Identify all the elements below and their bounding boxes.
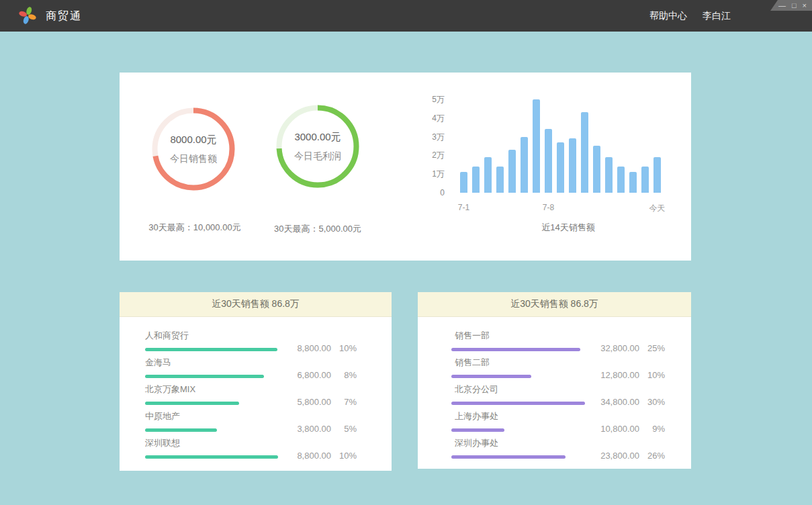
today-sales-donut: 8000.00元 今日销售额 bbox=[152, 107, 235, 191]
rank-row-bar bbox=[145, 428, 217, 432]
rank-row: 中原地产3,800.005% bbox=[145, 405, 357, 432]
y-tick-label: 0 bbox=[420, 187, 445, 198]
bar-chart-y-axis: 5万4万3万2万1万0 bbox=[420, 99, 445, 193]
maximize-icon[interactable]: □ bbox=[792, 1, 797, 10]
rank-row-percent: 25% bbox=[646, 343, 665, 353]
rank-row-percent: 10% bbox=[338, 343, 357, 353]
rank-row-bar bbox=[451, 348, 580, 351]
rank-row-amount: 12,800.00 bbox=[598, 370, 639, 380]
rank-row-amount: 34,800.00 bbox=[598, 397, 639, 407]
department-rank-card: 近30天销售额 86.8万 销售一部32,800.0025%销售二部12,800… bbox=[418, 292, 691, 469]
daily-sales-bar bbox=[545, 129, 552, 193]
rank-row: 北京分公司34,800.0030% bbox=[451, 378, 665, 405]
rank-row-bar bbox=[145, 455, 278, 459]
rank-row: 上海办事处10,800.009% bbox=[451, 405, 665, 432]
close-icon[interactable]: × bbox=[803, 1, 807, 10]
x-tick-label: 今天 bbox=[649, 203, 666, 214]
x-tick-label: 7-8 bbox=[543, 203, 554, 212]
rank-row: 深圳联想8,800.0010% bbox=[145, 432, 357, 459]
rank-row-amount: 8,800.00 bbox=[289, 343, 331, 353]
rank-row-percent: 26% bbox=[646, 451, 665, 461]
daily-sales-bar bbox=[521, 137, 528, 193]
rank-row-label: 上海办事处 bbox=[451, 410, 504, 422]
rank-row-label: 中原地产 bbox=[145, 410, 217, 422]
y-tick-label: 3万 bbox=[420, 132, 445, 142]
window-controls: — □ × bbox=[770, 0, 812, 11]
rank-row-bar bbox=[451, 402, 585, 405]
y-tick-label: 1万 bbox=[420, 169, 445, 179]
rank-row-label: 销售二部 bbox=[451, 357, 531, 369]
customer-rank-title: 近30天销售额 86.8万 bbox=[120, 292, 392, 317]
sales-30day-max-caption: 30天最高：10,000.00元 bbox=[138, 222, 252, 234]
daily-sales-bar bbox=[557, 142, 564, 193]
today-sales-value: 8000.00元 bbox=[170, 134, 216, 146]
bar-chart-x-axis: 7-17-8今天 bbox=[460, 203, 661, 214]
rank-row-percent: 9% bbox=[646, 424, 665, 434]
x-tick-label: 7-1 bbox=[458, 203, 469, 212]
today-profit-donut: 3000.00元 今日毛利润 bbox=[276, 105, 359, 188]
rank-row-amount: 10,800.00 bbox=[598, 424, 639, 434]
rank-row-label: 人和商贸行 bbox=[145, 330, 277, 342]
rank-row-label: 销售一部 bbox=[451, 330, 580, 342]
rank-row: 金海马6,800.008% bbox=[145, 351, 357, 378]
rank-row-label: 北京万象MIX bbox=[145, 383, 239, 396]
profit-30day-max-caption: 30天最高：5,000.00元 bbox=[261, 223, 375, 235]
rank-row-label: 北京分公司 bbox=[451, 383, 585, 396]
help-center-link[interactable]: 帮助中心 bbox=[649, 10, 687, 22]
app-title-bar: 商贸通 帮助中心 李白江 — □ × bbox=[0, 0, 812, 32]
daily-sales-bar bbox=[605, 157, 613, 193]
y-tick-label: 5万 bbox=[420, 94, 445, 105]
rank-row: 北京万象MIX5,800.007% bbox=[145, 378, 357, 405]
rank-row: 深圳办事处23,800.0026% bbox=[451, 432, 665, 459]
rank-row: 人和商贸行8,800.0010% bbox=[145, 324, 357, 351]
daily-sales-bar bbox=[617, 167, 625, 193]
y-tick-label: 2万 bbox=[420, 150, 445, 160]
daily-sales-bar bbox=[581, 112, 588, 193]
rank-row-amount: 23,800.00 bbox=[598, 451, 639, 461]
rank-row-bar bbox=[451, 375, 531, 378]
daily-sales-bar bbox=[496, 167, 504, 193]
rank-row-bar bbox=[145, 375, 264, 378]
rank-row-amount: 32,800.00 bbox=[598, 343, 639, 353]
today-sales-label: 今日销售额 bbox=[170, 153, 217, 165]
customer-rank-rows: 人和商贸行8,800.0010%金海马6,800.008%北京万象MIX5,80… bbox=[120, 317, 392, 459]
rank-row-label: 金海马 bbox=[145, 357, 264, 369]
rank-row-label: 深圳办事处 bbox=[451, 437, 566, 449]
user-name-link[interactable]: 李白江 bbox=[703, 10, 731, 22]
app-title: 商贸通 bbox=[46, 9, 82, 24]
rank-row-bar bbox=[451, 455, 566, 459]
rank-row-amount: 8,800.00 bbox=[289, 451, 331, 461]
rank-row-amount: 6,800.00 bbox=[289, 370, 331, 380]
bar-chart-title: 近14天销售额 bbox=[467, 222, 669, 234]
daily-sales-bar bbox=[641, 167, 649, 193]
daily-sales-bar bbox=[460, 172, 467, 193]
rank-row: 销售二部12,800.0010% bbox=[451, 351, 665, 378]
daily-sales-bar bbox=[629, 172, 637, 193]
department-rank-title: 近30天销售额 86.8万 bbox=[418, 292, 691, 317]
daily-sales-bar bbox=[569, 138, 576, 193]
y-tick-label: 4万 bbox=[420, 113, 445, 124]
daily-sales-bar bbox=[653, 157, 661, 193]
rank-row-amount: 3,800.00 bbox=[289, 424, 331, 434]
rank-row: 销售一部32,800.0025% bbox=[451, 324, 665, 351]
rank-row-amount: 5,800.00 bbox=[289, 397, 331, 407]
rank-row-percent: 10% bbox=[338, 451, 357, 461]
today-profit-label: 今日毛利润 bbox=[294, 150, 341, 163]
rank-row-percent: 30% bbox=[646, 397, 665, 407]
overview-card: 8000.00元 今日销售额 3000.00元 今日毛利润 30天最高：10,0… bbox=[120, 73, 691, 261]
daily-sales-bar bbox=[508, 150, 516, 193]
rank-row-bar bbox=[145, 402, 239, 405]
rank-row-bar bbox=[451, 428, 504, 432]
minimize-icon[interactable]: — bbox=[778, 1, 786, 10]
rank-row-percent: 7% bbox=[338, 397, 357, 407]
today-profit-value: 3000.00元 bbox=[294, 131, 341, 144]
daily-sales-bar bbox=[533, 99, 540, 193]
rank-row-percent: 8% bbox=[338, 370, 357, 380]
rank-row-label: 深圳联想 bbox=[145, 437, 278, 449]
department-rank-rows: 销售一部32,800.0025%销售二部12,800.0010%北京分公司34,… bbox=[418, 317, 691, 459]
pinwheel-logo-icon bbox=[18, 6, 37, 25]
bar-chart-bars bbox=[460, 99, 661, 193]
customer-rank-card: 近30天销售额 86.8万 人和商贸行8,800.0010%金海马6,800.0… bbox=[120, 292, 392, 471]
daily-sales-bar bbox=[484, 157, 492, 193]
daily-sales-bar bbox=[593, 146, 600, 193]
